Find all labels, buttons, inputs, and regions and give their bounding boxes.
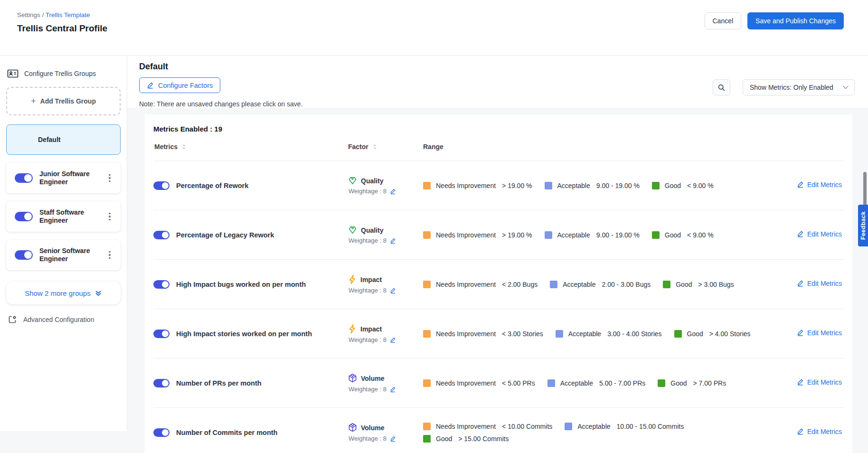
group-menu-icon[interactable] — [105, 212, 114, 222]
group-label: Junior Software Engineer — [39, 170, 105, 186]
breadcrumb-settings[interactable]: Settings — [17, 11, 40, 19]
sort-icon[interactable] — [181, 143, 187, 151]
range-label: Acceptable — [563, 281, 595, 288]
edit-weightage-icon[interactable] — [390, 188, 396, 195]
advanced-configuration-label: Advanced Configuration — [23, 316, 94, 323]
range-swatch — [663, 281, 670, 288]
save-publish-button[interactable]: Save and Publish Changes — [747, 12, 844, 29]
add-trellis-group-button[interactable]: + Add Trellis Group — [6, 87, 121, 115]
metric-row: Number of PRs per month Volume Weightage… — [153, 358, 844, 407]
edit-metrics-button[interactable]: Edit Metrics — [797, 181, 842, 189]
factor-name: Impact — [360, 325, 382, 333]
group-menu-icon[interactable] — [105, 250, 114, 260]
range-chip-good: Good > 15.00 Commits — [423, 435, 509, 443]
sort-icon[interactable] — [372, 143, 378, 151]
edit-weightage-icon[interactable] — [390, 237, 396, 244]
unsaved-changes-note: Note: There are unsaved changes please c… — [139, 100, 868, 108]
metric-row: Percentage of Rework Quality Weightage :… — [153, 160, 844, 210]
cancel-button[interactable]: Cancel — [705, 12, 742, 29]
range-swatch — [674, 330, 682, 338]
metric-toggle[interactable] — [153, 231, 170, 239]
range-label: Good — [676, 281, 692, 288]
range-chip-needs-improvement: Needs Improvement > 19.00 % — [423, 182, 532, 189]
range-chip-good: Good > 4.00 Stories — [674, 330, 751, 338]
metric-row: Percentage of Legacy Rework Quality Weig… — [153, 210, 844, 259]
range-chip-needs-improvement: Needs Improvement < 5.00 PRs — [423, 379, 535, 387]
show-metrics-filter-value: Show Metrics: Only Enabled — [750, 84, 833, 91]
range-swatch — [545, 231, 552, 239]
range-chip-acceptable: Acceptable 5.00 - 7.00 PRs — [547, 379, 646, 387]
group-toggle[interactable] — [15, 212, 33, 221]
edit-metrics-button[interactable]: Edit Metrics — [797, 428, 842, 435]
edit-metrics-button[interactable]: Edit Metrics — [797, 329, 842, 337]
range-swatch — [423, 182, 431, 189]
range-swatch — [652, 182, 660, 189]
sidebar-group-senior[interactable]: Senior Software Engineer — [6, 240, 121, 270]
edit-weightage-icon[interactable] — [390, 386, 396, 393]
range-value: > 15.00 Commits — [458, 435, 509, 443]
column-metrics[interactable]: Metrics — [154, 143, 178, 151]
trellis-groups-icon — [7, 69, 19, 78]
range-label: Acceptable — [560, 379, 593, 387]
sidebar-group-staff[interactable]: Staff Software Engineer — [6, 201, 121, 232]
advanced-configuration-button[interactable]: Advanced Configuration — [6, 315, 121, 324]
group-menu-icon[interactable] — [105, 173, 114, 183]
factor-name: Volume — [361, 375, 385, 382]
volume-cube-icon — [348, 373, 357, 383]
metric-row: High Impact stories worked on per month … — [153, 309, 844, 358]
quality-gem-icon — [348, 176, 357, 185]
factor-name: Quality — [361, 177, 383, 185]
range-label: Acceptable — [557, 182, 590, 189]
range-label: Good — [665, 231, 681, 239]
metric-toggle[interactable] — [153, 181, 170, 190]
breadcrumb-trellis-template[interactable]: Trellis Template — [46, 11, 90, 19]
range-label: Needs Improvement — [436, 423, 496, 430]
main-header: Default Configure Factors Note: There ar… — [127, 56, 868, 108]
edit-metrics-label: Edit Metrics — [807, 230, 842, 238]
group-toggle[interactable] — [15, 173, 33, 183]
edit-metrics-button[interactable]: Edit Metrics — [797, 230, 842, 238]
configure-factors-button[interactable]: Configure Factors — [139, 77, 220, 93]
metric-toggle[interactable] — [153, 379, 170, 387]
range-chip-needs-improvement: Needs Improvement < 10.00 Commits — [423, 423, 552, 430]
edit-weightage-icon[interactable] — [390, 287, 396, 294]
feedback-tab-label: Feedback — [860, 211, 867, 240]
metric-toggle[interactable] — [153, 428, 170, 437]
sidebar-group-junior[interactable]: Junior Software Engineer — [6, 163, 121, 193]
range-swatch — [423, 231, 431, 239]
range-swatch — [423, 435, 431, 443]
range-label: Needs Improvement — [436, 182, 496, 189]
metric-toggle[interactable] — [153, 330, 170, 338]
range-chip-good: Good > 3.00 Bugs — [663, 281, 734, 288]
breadcrumb: Settings / Trellis Template — [17, 11, 107, 19]
feedback-tab[interactable]: Feedback — [858, 205, 868, 246]
configure-factors-label: Configure Factors — [158, 82, 213, 89]
factor-name: Impact — [360, 276, 382, 283]
edit-metrics-button[interactable]: Edit Metrics — [797, 280, 842, 287]
range-chip-good: Good > 7.00 PRs — [658, 379, 726, 387]
metric-name: Number of PRs per month — [176, 379, 262, 387]
range-chip-good: Good < 9.00 % — [652, 231, 714, 239]
edit-metrics-label: Edit Metrics — [807, 378, 842, 386]
plus-icon: + — [31, 97, 36, 105]
volume-cube-icon — [348, 423, 357, 433]
range-swatch — [550, 281, 557, 288]
metric-name: Percentage of Legacy Rework — [176, 231, 274, 239]
show-more-groups-button[interactable]: Show 2 more groups — [6, 282, 121, 304]
edit-weightage-icon[interactable] — [390, 337, 396, 343]
search-icon — [717, 84, 726, 92]
group-toggle[interactable] — [15, 250, 33, 260]
sidebar-group-default[interactable]: Default — [6, 124, 121, 155]
range-value: < 9.00 % — [687, 182, 714, 189]
metric-toggle[interactable] — [153, 280, 170, 289]
show-metrics-filter-dropdown[interactable]: Show Metrics: Only Enabled — [743, 79, 855, 95]
metric-name: High Impact bugs worked on per month — [176, 281, 306, 288]
edit-weightage-icon[interactable] — [390, 435, 396, 442]
column-factor[interactable]: Factor — [348, 143, 368, 151]
edit-metrics-label: Edit Metrics — [807, 280, 842, 287]
search-button[interactable] — [713, 79, 730, 95]
range-chip-acceptable: Acceptable 9.00 - 19.00 % — [545, 231, 640, 239]
range-label: Good — [670, 379, 687, 387]
edit-metrics-button[interactable]: Edit Metrics — [797, 378, 842, 386]
range-label: Needs Improvement — [436, 281, 496, 288]
